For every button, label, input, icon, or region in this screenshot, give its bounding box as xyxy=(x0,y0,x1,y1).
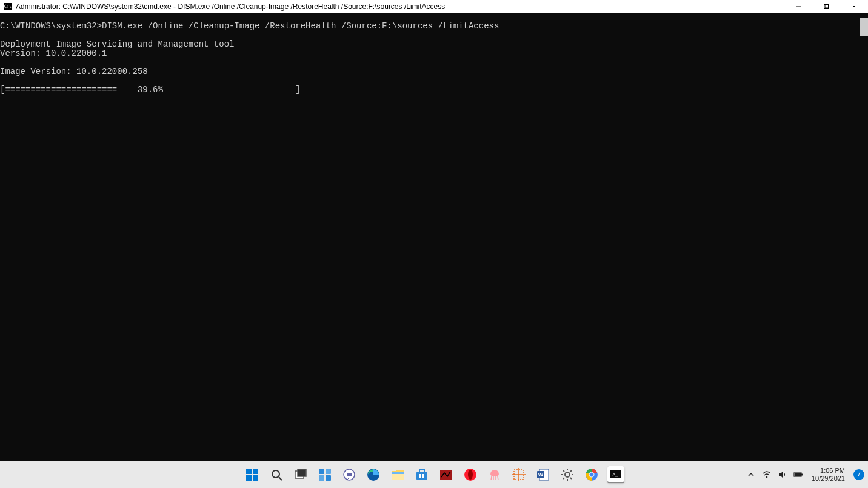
fileexplorer-button[interactable] xyxy=(389,466,406,483)
chevron-up-icon xyxy=(747,471,755,478)
svg-line-48 xyxy=(570,470,572,472)
svg-text:W: W xyxy=(538,472,544,478)
terminal-image-version: Image Version: 10.0.22000.258 xyxy=(0,67,148,76)
chat-button[interactable] xyxy=(341,466,358,483)
svg-point-40 xyxy=(565,472,570,477)
svg-rect-26 xyxy=(422,476,424,478)
jellyfish-button[interactable] xyxy=(486,466,503,483)
tray-date: 10/29/2021 xyxy=(812,475,845,483)
system-tray: 1:06 PM 10/29/2021 7 xyxy=(746,461,864,488)
terminal-version-line: Version: 10.0.22000.1 xyxy=(0,48,107,58)
wifi-button[interactable] xyxy=(762,470,772,480)
svg-rect-6 xyxy=(253,469,258,474)
svg-point-51 xyxy=(590,472,594,476)
svg-rect-12 xyxy=(298,469,306,476)
terminal-tool-header: Deployment Image Servicing and Managemen… xyxy=(0,39,234,49)
terminal-icon: >_ xyxy=(609,467,623,481)
svg-point-9 xyxy=(272,470,279,478)
window-title: Administrator: C:\WINDOWS\system32\cmd.e… xyxy=(16,2,445,11)
svg-rect-7 xyxy=(246,475,252,481)
clock-button[interactable]: 1:06 PM 10/29/2021 xyxy=(812,467,845,483)
wifi-icon xyxy=(763,470,771,479)
chat-icon xyxy=(342,468,356,481)
snip-icon xyxy=(512,468,526,481)
svg-rect-25 xyxy=(419,476,421,478)
volume-button[interactable] xyxy=(778,470,787,480)
minimize-button[interactable] xyxy=(784,0,812,13)
opera-button[interactable] xyxy=(462,466,479,483)
svg-line-45 xyxy=(563,470,564,472)
battery-icon xyxy=(793,470,803,479)
edge-button[interactable] xyxy=(365,466,382,483)
widgets-button[interactable] xyxy=(316,466,333,483)
svg-rect-22 xyxy=(416,472,427,480)
svg-rect-16 xyxy=(326,475,331,481)
scrollbar-thumb[interactable] xyxy=(860,18,868,36)
battery-button[interactable] xyxy=(793,470,803,480)
chrome-icon xyxy=(585,468,598,481)
volume-icon xyxy=(778,470,787,479)
settings-icon xyxy=(561,468,574,481)
svg-line-46 xyxy=(570,478,572,479)
svg-line-47 xyxy=(563,478,564,479)
close-icon xyxy=(851,4,857,10)
svg-rect-5 xyxy=(246,469,252,474)
start-button[interactable] xyxy=(244,466,261,483)
search-icon xyxy=(270,468,283,481)
jellyfish-icon xyxy=(488,468,501,481)
taskbar: W xyxy=(0,461,868,488)
terminal-output: C:\WINDOWS\system32>DISM.exe /Online /Cl… xyxy=(0,13,860,461)
tray-chevron-button[interactable] xyxy=(746,470,756,480)
svg-rect-57 xyxy=(795,473,801,476)
word-icon: W xyxy=(536,468,550,481)
snip-button[interactable] xyxy=(510,466,527,483)
taskview-button[interactable] xyxy=(292,466,309,483)
titlebar: C:\ Administrator: C:\WINDOWS\system32\c… xyxy=(0,0,868,13)
store-icon xyxy=(415,468,429,481)
chrome-button[interactable] xyxy=(583,466,600,483)
taskbar-icons: W xyxy=(244,466,624,483)
svg-line-30 xyxy=(491,476,492,480)
maximize-button[interactable] xyxy=(812,0,840,13)
svg-text:>_: >_ xyxy=(612,472,618,477)
redsquare-button[interactable] xyxy=(438,466,455,483)
svg-rect-13 xyxy=(319,469,324,474)
edge-icon xyxy=(367,468,380,481)
tray-time: 1:06 PM xyxy=(820,467,845,475)
terminal-area[interactable]: C:\WINDOWS\system32>DISM.exe /Online /Cl… xyxy=(0,13,868,461)
word-button[interactable]: W xyxy=(535,466,552,483)
start-icon xyxy=(245,468,259,481)
opera-icon xyxy=(464,468,477,481)
store-button[interactable] xyxy=(413,466,430,483)
svg-rect-21 xyxy=(392,472,404,474)
svg-rect-14 xyxy=(326,469,331,474)
widgets-icon xyxy=(318,468,332,481)
cmd-icon: C:\ xyxy=(4,3,12,10)
search-button[interactable] xyxy=(268,466,285,483)
svg-rect-15 xyxy=(319,475,324,481)
svg-point-29 xyxy=(468,470,473,480)
svg-point-54 xyxy=(766,476,768,478)
terminal-progress-line: [====================== 39.6% ] xyxy=(0,85,301,95)
svg-rect-24 xyxy=(422,474,424,476)
svg-rect-23 xyxy=(419,474,421,476)
fileexplorer-icon xyxy=(391,468,404,481)
notification-count: 7 xyxy=(857,471,861,478)
settings-button[interactable] xyxy=(559,466,576,483)
redsquare-icon xyxy=(439,468,453,481)
svg-rect-56 xyxy=(801,473,803,475)
window-controls xyxy=(784,0,868,13)
svg-line-33 xyxy=(498,476,498,480)
svg-line-10 xyxy=(279,477,282,480)
terminal-button[interactable]: >_ xyxy=(607,466,624,483)
svg-rect-8 xyxy=(253,475,258,481)
notification-badge[interactable]: 7 xyxy=(853,469,864,480)
minimize-icon xyxy=(795,4,801,10)
terminal-prompt-line: C:\WINDOWS\system32>DISM.exe /Online /Cl… xyxy=(0,21,499,31)
svg-rect-18 xyxy=(347,473,352,476)
taskview-icon xyxy=(294,468,307,481)
maximize-icon xyxy=(823,4,829,10)
close-button[interactable] xyxy=(840,0,868,13)
